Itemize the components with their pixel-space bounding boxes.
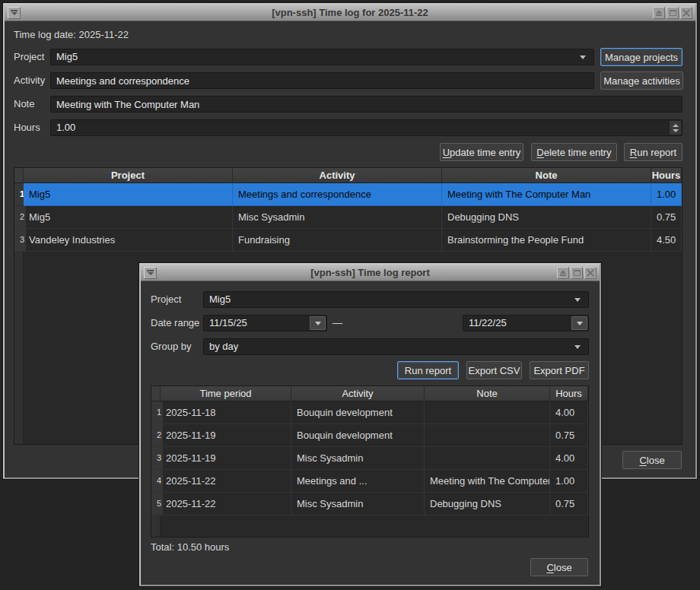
note-label: Note bbox=[14, 96, 34, 113]
column-header[interactable]: Activity bbox=[291, 386, 425, 401]
spin-up-icon[interactable] bbox=[673, 124, 679, 127]
table-cell[interactable]: Meetings and correspondence bbox=[233, 183, 442, 206]
table-cell[interactable]: 0.75 bbox=[550, 493, 588, 515]
table-cell[interactable]: Misc Sysadmin bbox=[291, 447, 425, 470]
date-from-combobox[interactable]: 11/15/25 bbox=[203, 315, 327, 331]
table-row[interactable]: 1Mig5Meetings and correspondenceMeeting … bbox=[14, 183, 682, 206]
close-icon[interactable] bbox=[680, 7, 692, 19]
table-cell[interactable]: Debugging DNS bbox=[442, 206, 651, 229]
table-cell[interactable]: Misc Sysadmin bbox=[233, 206, 442, 229]
table-cell[interactable]: Mig5 bbox=[24, 183, 233, 206]
report-results-table: Time periodActivityNoteHours 12025-11-18… bbox=[151, 385, 589, 538]
table-row[interactable]: 3Vandeley IndustriesFundraisingBrainstor… bbox=[14, 229, 682, 252]
project-label: Project bbox=[14, 49, 44, 65]
table-cell[interactable]: Mig5 bbox=[24, 206, 233, 229]
hours-value: 1.00 bbox=[56, 122, 75, 133]
table-empty-area bbox=[151, 515, 588, 537]
table-cell[interactable] bbox=[425, 424, 550, 447]
table-corner bbox=[151, 386, 161, 401]
manage-projects-button[interactable]: Manage projects bbox=[600, 48, 682, 66]
close-button[interactable]: Close bbox=[622, 451, 682, 469]
hours-spinbox[interactable]: 1.00 bbox=[50, 119, 682, 136]
spin-down-icon[interactable] bbox=[673, 129, 679, 132]
date-to-dropdown-button[interactable] bbox=[571, 316, 587, 330]
table-cell[interactable]: Bouquin development bbox=[291, 401, 425, 424]
table-cell[interactable]: Meeting with The Computer Man bbox=[442, 183, 651, 206]
table-corner bbox=[14, 168, 24, 183]
export-pdf-button[interactable]: Export PDF bbox=[530, 361, 589, 379]
column-header[interactable]: Activity bbox=[233, 168, 442, 183]
date-to-value: 11/22/25 bbox=[469, 317, 507, 328]
table-cell[interactable] bbox=[425, 447, 550, 470]
run-report-button[interactable]: Run report bbox=[624, 143, 682, 161]
maximize-icon[interactable] bbox=[667, 7, 679, 19]
titlebar[interactable]: [vpn-ssh] Time log for 2025-11-22 bbox=[5, 5, 695, 21]
column-header[interactable]: Project bbox=[24, 168, 233, 183]
project-value: Mig5 bbox=[209, 293, 231, 305]
report-project-combobox[interactable]: Mig5 bbox=[203, 291, 589, 308]
table-cell[interactable]: 2025-11-19 bbox=[161, 447, 291, 470]
table-row[interactable]: 22025-11-19Bouquin development0.75 bbox=[151, 424, 588, 447]
table-header: ProjectActivityNoteHours bbox=[14, 168, 682, 183]
table-cell[interactable]: 0.75 bbox=[651, 206, 682, 229]
table-cell[interactable]: 2025-11-19 bbox=[161, 424, 291, 447]
run-report-button[interactable]: Run report bbox=[397, 361, 459, 379]
column-header[interactable]: Time period bbox=[161, 386, 291, 401]
activity-label: Activity bbox=[14, 72, 45, 89]
project-combobox[interactable]: Mig5 bbox=[50, 49, 594, 65]
date-to-combobox[interactable]: 11/22/25 bbox=[463, 315, 589, 331]
table-row[interactable]: 12025-11-18Bouquin development4.00 bbox=[151, 401, 588, 424]
column-header[interactable]: Hours bbox=[651, 168, 682, 183]
window-menu-icon[interactable] bbox=[8, 7, 21, 19]
table-cell[interactable]: Debugging DNS bbox=[425, 493, 550, 515]
time-log-date-label: Time log date: 2025-11-22 bbox=[14, 27, 129, 43]
shade-icon[interactable] bbox=[653, 7, 665, 19]
activity-input[interactable] bbox=[50, 72, 594, 89]
table-row[interactable]: 42025-11-22Meetings and ...Meeting with … bbox=[151, 470, 588, 493]
table-row[interactable]: 2Mig5Misc SysadminDebugging DNS0.75 bbox=[14, 206, 682, 229]
manage-activities-button[interactable]: Manage activities bbox=[600, 71, 683, 90]
table-cell[interactable]: 2025-11-22 bbox=[161, 470, 291, 493]
titlebar[interactable]: [vpn-ssh] Time log report bbox=[141, 265, 600, 281]
date-from-dropdown-button[interactable] bbox=[310, 316, 326, 330]
table-cell[interactable]: 1.00 bbox=[550, 470, 588, 493]
note-input[interactable] bbox=[50, 96, 682, 113]
close-button[interactable]: Close bbox=[530, 558, 588, 576]
table-cell[interactable]: Vandeley Industries bbox=[24, 229, 233, 252]
table-cell[interactable]: Bouquin development bbox=[291, 424, 425, 447]
table-cell[interactable]: 1.00 bbox=[651, 183, 682, 206]
column-header[interactable]: Hours bbox=[550, 386, 588, 401]
window-menu-icon[interactable] bbox=[144, 267, 157, 279]
close-icon[interactable] bbox=[584, 267, 597, 279]
table-header: Time periodActivityNoteHours bbox=[151, 386, 588, 401]
table-cell[interactable]: Fundraising bbox=[233, 229, 442, 252]
table-row[interactable]: 52025-11-22Misc SysadminDebugging DNS0.7… bbox=[151, 493, 588, 515]
table-cell[interactable]: 4.00 bbox=[550, 447, 588, 470]
dropdown-arrow-icon bbox=[577, 322, 583, 325]
table-cell[interactable]: 4.00 bbox=[550, 401, 588, 424]
project-label: Project bbox=[151, 291, 181, 308]
update-time-entry-button[interactable]: Update time entry bbox=[440, 143, 523, 161]
table-cell[interactable]: 4.50 bbox=[651, 229, 682, 252]
group-by-combobox[interactable]: by day bbox=[203, 338, 589, 355]
window-title: [vpn-ssh] Time log for 2025-11-22 bbox=[5, 7, 695, 18]
time-log-report-window: [vpn-ssh] Time log report Project Mig5 D… bbox=[139, 263, 601, 586]
shade-icon[interactable] bbox=[557, 267, 569, 279]
date-from-value: 11/15/25 bbox=[209, 317, 247, 328]
spinner-buttons[interactable] bbox=[670, 121, 681, 135]
maximize-icon[interactable] bbox=[571, 267, 583, 279]
table-cell[interactable] bbox=[425, 401, 550, 424]
table-row[interactable]: 32025-11-19Misc Sysadmin4.00 bbox=[151, 447, 588, 470]
table-cell[interactable]: 0.75 bbox=[550, 424, 588, 447]
table-cell[interactable]: 2025-11-22 bbox=[161, 493, 291, 515]
table-cell[interactable]: Misc Sysadmin bbox=[291, 493, 425, 515]
delete-time-entry-button[interactable]: Delete time entry bbox=[531, 143, 617, 161]
table-cell[interactable]: Meeting with The Computer... bbox=[425, 470, 550, 493]
table-cell[interactable]: Meetings and ... bbox=[291, 470, 425, 493]
table-cell[interactable]: Brainstorming the People Fund bbox=[442, 229, 651, 252]
date-range-separator: — bbox=[332, 315, 342, 331]
column-header[interactable]: Note bbox=[442, 168, 651, 183]
export-csv-button[interactable]: Export CSV bbox=[466, 361, 522, 379]
column-header[interactable]: Note bbox=[425, 386, 550, 401]
table-cell[interactable]: 2025-11-18 bbox=[161, 401, 291, 424]
